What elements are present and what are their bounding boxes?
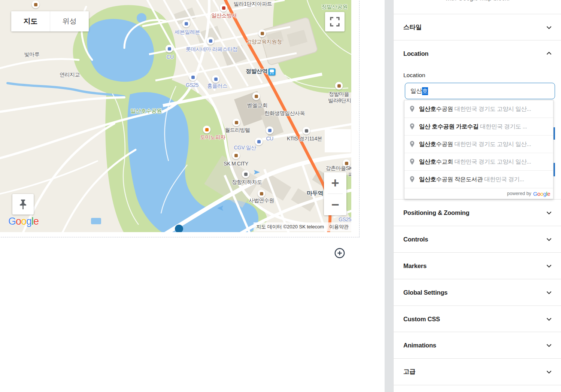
map-label: 강촌마을SK코 — [325, 165, 351, 172]
map-label: 도미노피자 — [200, 134, 225, 141]
home-icon — [335, 82, 343, 90]
chevron-down-icon — [546, 289, 552, 296]
store-cart-icon — [189, 73, 197, 81]
map-type-map-button[interactable]: 지도 — [11, 11, 50, 31]
block-settings-sidebar: with Google Map block. 스타일 Location Loca… — [393, 0, 561, 392]
section-advanced: 고급 — [394, 358, 561, 385]
zoom-in-button[interactable]: + — [324, 172, 346, 194]
editor-sidebar-gutter — [385, 0, 393, 392]
section-style-toggle[interactable]: 스타일 — [394, 14, 561, 40]
suggestion-rest: 수공원 — [436, 141, 453, 147]
google-logo-letter: e — [33, 216, 39, 227]
section-animations: Animations — [394, 332, 561, 359]
school-icon — [258, 190, 266, 198]
section-custom-css: Custom CSS — [394, 306, 561, 332]
office-icon — [303, 127, 310, 135]
chevron-down-icon — [546, 342, 552, 349]
google-logo-letter: G — [8, 216, 16, 227]
map-pin-icon — [409, 123, 415, 130]
section-controls: Controls — [394, 226, 561, 253]
suggestion-secondary: 대한민국 경기도 고양시 일산... — [455, 106, 531, 112]
chevron-down-icon — [546, 24, 552, 31]
map-label: 정발산역 — [246, 68, 267, 75]
autocomplete-suggestion[interactable]: 일산호수공원 대한민국 경기도 고양시 일산... — [404, 100, 553, 118]
zoom-out-button[interactable]: − — [324, 194, 346, 215]
hidden-focus-border — [554, 163, 555, 176]
section-style: 스타일 — [394, 14, 561, 40]
suggestion-rest: 수공원 — [436, 106, 453, 112]
section-global-settings-toggle[interactable]: Global Settings — [394, 279, 561, 306]
suggestion-match: 일산호 — [419, 176, 436, 182]
map-type-satellite-button[interactable]: 위성 — [50, 11, 89, 31]
fullscreen-button[interactable] — [325, 12, 345, 31]
section-title: Controls — [403, 236, 428, 243]
autocomplete-suggestion[interactable]: 일산 호수공원 가로수길 대한민국 경기도 ... — [404, 118, 553, 136]
school-icon — [233, 119, 240, 127]
google-logo[interactable]: Google — [8, 216, 39, 227]
map-label: GS25 — [339, 216, 351, 222]
institution-icon — [258, 30, 266, 37]
section-title: 스타일 — [403, 23, 422, 31]
store-cart-icon — [166, 45, 173, 53]
map-label: 연리지교 — [60, 72, 80, 78]
zoom-control: + − — [324, 172, 346, 215]
location-autocomplete-dropdown: 일산호수공원 대한민국 경기도 고양시 일산... 일산 호수공원 가로수길 대… — [404, 100, 554, 199]
section-title: Global Settings — [403, 289, 448, 296]
google-logo-letter: o — [16, 216, 21, 227]
section-title: Custom CSS — [403, 316, 440, 323]
chevron-down-icon — [546, 316, 552, 322]
shopping-bag-icon — [212, 75, 220, 83]
autocomplete-suggestion[interactable]: 일산호수공원 대한민국 경기도 고양시 일산... — [404, 136, 553, 153]
drop-marker-button[interactable] — [12, 194, 34, 215]
section-custom-css-toggle[interactable]: Custom CSS — [394, 306, 561, 332]
suggestion-match: 일산호 — [419, 106, 436, 112]
pushpin-icon — [18, 198, 28, 210]
section-location-toggle[interactable]: Location — [394, 40, 561, 67]
map-label: 세븐일레븐 — [175, 29, 200, 36]
location-input-ime-selection: 호 — [422, 87, 428, 95]
suggestion-match: 일산 호수공원 가로수길 — [419, 123, 479, 130]
autocomplete-suggestion[interactable]: 일산호수공원 작은도서관 대한민국 경기... — [404, 171, 553, 188]
map-pin-icon — [409, 176, 415, 183]
section-positioning-zooming-toggle[interactable]: Positioning & Zooming — [394, 200, 561, 226]
suggestion-match: 일산호 — [419, 141, 436, 147]
store-cart-icon — [266, 127, 274, 134]
add-block-button[interactable] — [334, 247, 345, 259]
suggestion-rest: 수공원 작은도서관 — [436, 176, 483, 182]
section-advanced-toggle[interactable]: 고급 — [394, 359, 561, 385]
map-label: 월드리빙텔 — [225, 127, 250, 134]
map-label: CU — [266, 136, 273, 142]
map-label: 사법연수원 — [249, 197, 274, 204]
section-animations-toggle[interactable]: Animations — [394, 332, 561, 358]
subway-station-icon — [269, 69, 276, 76]
map-pin-icon — [409, 140, 415, 148]
restaurant-icon — [203, 126, 211, 134]
autocomplete-suggestion[interactable]: 일산호수교회 대한민국 경기도 고양시 일산... — [404, 153, 553, 171]
google-logo-letter: o — [21, 216, 26, 227]
section-title: Location — [403, 50, 428, 57]
map-data-credit: 지도 데이터 ©2020 SK telecom — [254, 222, 327, 231]
section-controls-toggle[interactable]: Controls — [394, 226, 561, 252]
poi-icon — [32, 1, 40, 9]
fullscreen-icon — [328, 15, 341, 28]
map-label: 고양교육지원청 — [246, 39, 282, 45]
map-label: GS25 — [186, 82, 198, 88]
map-attribution: 지도 데이터 ©2020 SK telecom 이용약관 — [254, 222, 351, 231]
map-label: 한화생명일산사옥 — [264, 110, 305, 117]
chevron-down-icon — [546, 262, 552, 269]
location-input[interactable]: 일산호 — [405, 83, 555, 99]
section-title: Markers — [403, 262, 427, 270]
underpass-icon — [242, 170, 250, 178]
suggestion-secondary: 대한민국 경기도 고양시 일산... — [455, 141, 531, 147]
map-label: 장항지하차도 — [232, 179, 262, 186]
google-logo-small: Google — [533, 191, 550, 197]
map-overlay-box — [325, 129, 351, 152]
section-positioning-zooming: Positioning & Zooming — [394, 199, 561, 226]
google-map-block[interactable]: 정발산공원 빌라1단지아파트 일산소방서 세븐일레븐 고양교육지원청 롯데시네마… — [0, 0, 351, 232]
map-label: SK M CITY — [224, 161, 248, 167]
section-markers-toggle[interactable]: Markers — [394, 253, 561, 279]
terms-link[interactable]: 이용약관 — [327, 222, 351, 231]
map-label: 빌라8단지 — [328, 97, 351, 104]
map-label: 롯데시네마 라페스타점 — [186, 46, 237, 53]
map-label: 정발산공원 — [321, 3, 348, 10]
